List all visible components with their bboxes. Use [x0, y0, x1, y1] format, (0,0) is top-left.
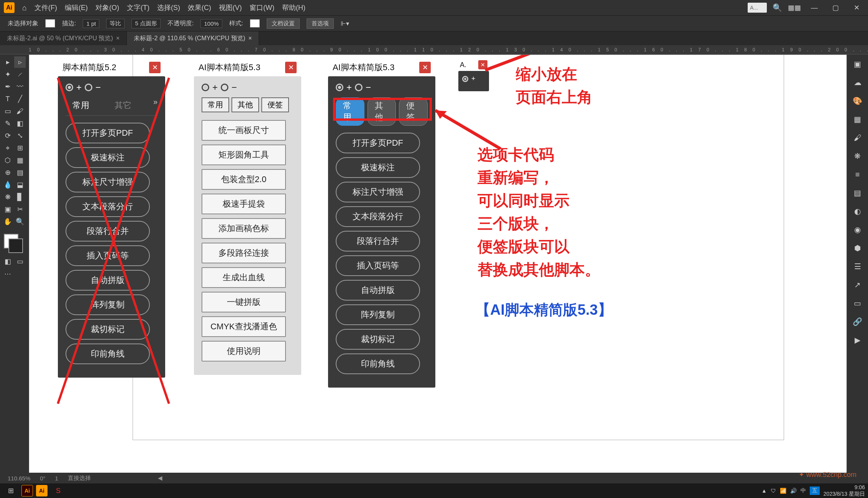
- tab-other[interactable]: 其他: [231, 97, 259, 112]
- layers-icon[interactable]: ☰: [850, 259, 865, 274]
- menu-view[interactable]: 视图(V): [219, 3, 242, 12]
- menu-type[interactable]: 文字(T): [127, 3, 149, 12]
- stroke-icon[interactable]: ≡: [850, 167, 865, 182]
- tab-common[interactable]: 常用: [66, 97, 96, 113]
- menu-help[interactable]: 帮助(H): [282, 3, 305, 12]
- symbols-icon[interactable]: ❋: [850, 148, 865, 164]
- script-item[interactable]: 阵列复制: [66, 294, 150, 315]
- align-icon[interactable]: ⊩▾: [341, 20, 349, 27]
- radio-icon[interactable]: [462, 76, 468, 82]
- script-item[interactable]: 段落行合并: [66, 221, 150, 242]
- script-item[interactable]: 包装盒型2.0: [202, 169, 286, 190]
- script-item[interactable]: 标注尺寸增强: [336, 182, 420, 202]
- eyedropper-tool[interactable]: 💧: [2, 179, 13, 191]
- search-icon[interactable]: 🔍: [773, 3, 782, 12]
- slice-tool[interactable]: ✂: [14, 204, 26, 215]
- workspace-switcher-icon[interactable]: ▦▦: [788, 3, 801, 12]
- document-tab-1[interactable]: 未标题-2.ai @ 50 % (CMYK/CPU 预览)×: [0, 31, 127, 45]
- tab-notes[interactable]: 便签: [261, 97, 289, 112]
- script-item[interactable]: 统一画板尺寸: [202, 120, 286, 141]
- script-item[interactable]: 生成出血线: [202, 267, 286, 288]
- script-item[interactable]: 阵列复制: [336, 304, 420, 325]
- tab-common[interactable]: 常用: [336, 97, 364, 126]
- script-item[interactable]: 一键拼版: [202, 292, 286, 312]
- magic-wand-tool[interactable]: ✦: [2, 69, 13, 80]
- asset-export-icon[interactable]: ↗: [850, 277, 865, 293]
- radio-icon[interactable]: [202, 84, 209, 91]
- stroke-weight-field[interactable]: 1 pt: [83, 19, 99, 28]
- taskbar-ai-icon[interactable]: Ai: [21, 485, 33, 496]
- tab-other[interactable]: 其它: [108, 97, 138, 113]
- radio-icon[interactable]: [66, 84, 73, 91]
- script-item[interactable]: 矩形圆角工具: [202, 145, 286, 165]
- artboard-tool[interactable]: ▣: [2, 204, 13, 215]
- script-item[interactable]: 印前角线: [336, 353, 420, 374]
- tray-ime-icon[interactable]: 中: [801, 487, 806, 494]
- menu-window[interactable]: 窗口(W): [249, 3, 274, 12]
- script-item[interactable]: 极速手提袋: [202, 194, 286, 214]
- fill-swatch[interactable]: [45, 19, 55, 28]
- home-icon[interactable]: ⌂: [22, 3, 27, 12]
- links-icon[interactable]: 🔗: [850, 314, 865, 329]
- graphic-styles-icon[interactable]: ⬢: [850, 240, 865, 256]
- artboard-nav[interactable]: 1: [55, 475, 58, 482]
- gradient-tool[interactable]: ▤: [14, 167, 26, 178]
- script-item[interactable]: 极速标注: [336, 157, 420, 178]
- script-item[interactable]: 自动拼版: [66, 270, 150, 291]
- script-item[interactable]: 标注尺寸增强: [66, 172, 150, 192]
- lasso-tool[interactable]: ⟋: [14, 69, 26, 80]
- scrollbar-left-icon[interactable]: ◀: [158, 475, 162, 482]
- swatches-icon[interactable]: ▦: [850, 112, 865, 127]
- perspective-tool[interactable]: ▦: [14, 154, 26, 166]
- color-icon[interactable]: 🎨: [850, 93, 865, 108]
- tray-volume-icon[interactable]: 🔊: [790, 488, 797, 494]
- document-setup-button[interactable]: 文档设置: [267, 18, 300, 29]
- free-transform-tool[interactable]: ⊞: [14, 142, 26, 154]
- expand-icon[interactable]: »: [153, 97, 158, 113]
- minimize-icon[interactable]: —: [807, 4, 822, 12]
- type-tool[interactable]: T: [2, 93, 13, 105]
- libraries-icon[interactable]: ☁: [850, 75, 865, 90]
- radio-icon[interactable]: [355, 84, 363, 91]
- rotate-tool[interactable]: ⟳: [2, 130, 13, 141]
- brush-field[interactable]: 5 点圆形: [131, 19, 161, 28]
- radio-icon[interactable]: [336, 84, 343, 91]
- zoom-level[interactable]: 110.65%: [8, 475, 30, 482]
- zoom-tool[interactable]: 🔍: [14, 216, 26, 227]
- script-item[interactable]: 插入页码等: [66, 245, 150, 266]
- tab-common[interactable]: 常用: [202, 97, 229, 112]
- curvature-tool[interactable]: 〰: [14, 81, 26, 92]
- script-item[interactable]: 裁切标记: [66, 319, 150, 340]
- tray-icon[interactable]: 🛡: [771, 488, 776, 494]
- radio-icon[interactable]: [85, 84, 92, 91]
- eraser-tool[interactable]: ◧: [14, 118, 26, 129]
- script-item[interactable]: 极速标注: [66, 147, 150, 168]
- close-button[interactable]: ✕: [285, 62, 297, 73]
- tab-notes[interactable]: 便签: [399, 97, 428, 126]
- canvas[interactable]: 脚本精简版5.2 ✕ + − 常用 其它 » 打开多页PDF 极速标注 标注尺寸…: [29, 54, 847, 475]
- menu-select[interactable]: 选择(S): [157, 3, 180, 12]
- scale-tool[interactable]: ⤡: [14, 130, 26, 141]
- properties-icon[interactable]: ▣: [850, 56, 865, 72]
- screen-mode-icon[interactable]: ▭: [14, 256, 26, 267]
- start-button[interactable]: ⊞: [3, 485, 18, 496]
- close-tab-icon[interactable]: ×: [248, 35, 252, 42]
- hand-tool[interactable]: ✋: [2, 216, 13, 227]
- tray-icon[interactable]: 📶: [780, 488, 786, 494]
- close-tab-icon[interactable]: ×: [116, 35, 120, 42]
- script-item[interactable]: 印前角线: [66, 344, 150, 364]
- script-item[interactable]: 段落行合并: [336, 231, 420, 251]
- style-swatch[interactable]: [250, 19, 260, 28]
- menu-object[interactable]: 对象(O): [95, 3, 119, 12]
- brushes-icon[interactable]: 🖌: [850, 130, 865, 145]
- color-mode-icon[interactable]: ◧: [2, 256, 13, 267]
- scale-mode-field[interactable]: 等比: [106, 19, 125, 28]
- edit-toolbar-icon[interactable]: ⋯: [2, 268, 13, 279]
- panel-mini-titlebar[interactable]: A...: [748, 3, 767, 13]
- transparency-icon[interactable]: ◐: [850, 204, 865, 219]
- blend-tool[interactable]: ⬓: [14, 179, 26, 191]
- appearance-icon[interactable]: ◉: [850, 222, 865, 237]
- document-tab-2[interactable]: 未标题-2 @ 110.65 % (CMYK/CPU 预览)×: [127, 31, 259, 45]
- script-item[interactable]: 打开多页PDF: [336, 133, 420, 153]
- tab-other[interactable]: 其他: [368, 97, 396, 126]
